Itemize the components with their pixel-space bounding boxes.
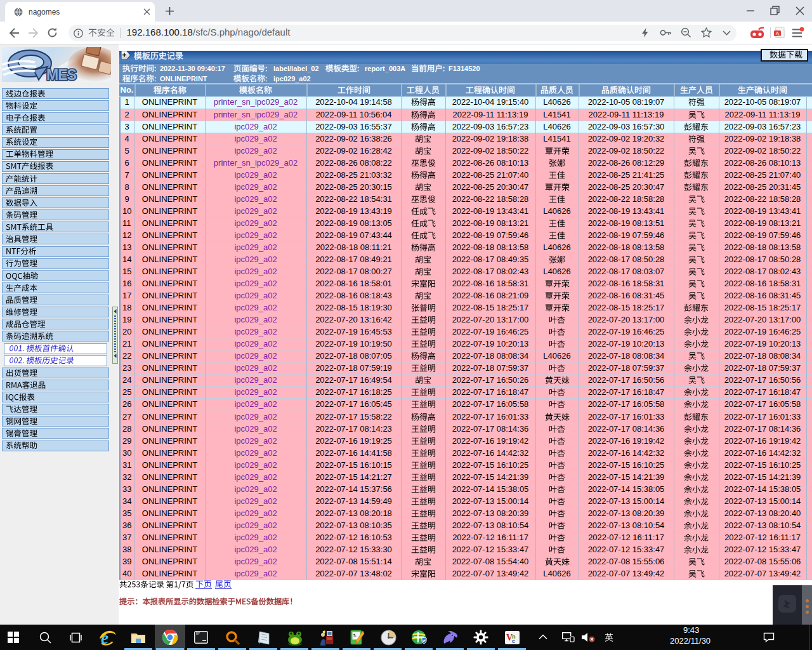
svg-text:MES: MES xyxy=(46,67,77,82)
svg-text:A: A xyxy=(776,30,780,36)
svg-text:c: c xyxy=(512,638,515,644)
